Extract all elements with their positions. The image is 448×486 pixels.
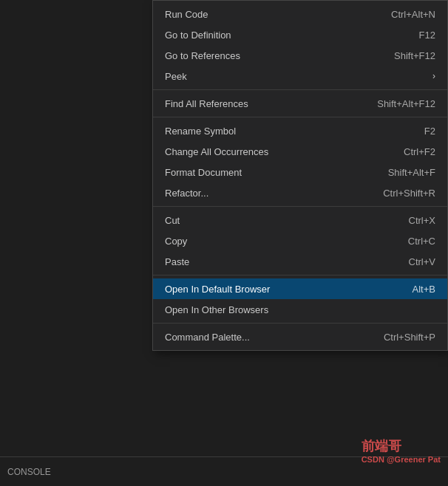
menu-item-3-1[interactable]: CopyCtrl+C <box>153 230 447 251</box>
menu-item-shortcut-2-1: Ctrl+F2 <box>404 146 435 157</box>
menu-item-2-1[interactable]: Change All OccurrencesCtrl+F2 <box>153 141 447 162</box>
menu-item-label-3-2: Paste <box>165 256 394 267</box>
menu-group-4: Open In Default BrowserAlt+BOpen In Othe… <box>153 275 447 324</box>
menu-item-4-0[interactable]: Open In Default BrowserAlt+B <box>153 278 447 299</box>
menu-item-shortcut-0-2: Shift+F12 <box>394 50 435 61</box>
menu-item-shortcut-0-1: F12 <box>419 30 435 41</box>
menu-item-label-2-3: Refactor... <box>165 188 368 199</box>
menu-group-1: Find All ReferencesShift+Alt+F12 <box>153 90 447 117</box>
menu-group-2: Rename SymbolF2Change All OccurrencesCtr… <box>153 117 447 207</box>
menu-item-label-4-0: Open In Default Browser <box>165 284 398 295</box>
menu-item-label-0-1: Go to Definition <box>165 30 404 41</box>
menu-item-shortcut-2-3: Ctrl+Shift+R <box>383 188 435 199</box>
menu-item-label-0-3: Peek <box>165 71 427 82</box>
menu-item-2-2[interactable]: Format DocumentShift+Alt+F <box>153 162 447 182</box>
menu-item-4-1[interactable]: Open In Other Browsers <box>153 299 447 320</box>
menu-item-shortcut-3-2: Ctrl+V <box>409 256 435 267</box>
menu-item-3-2[interactable]: PasteCtrl+V <box>153 251 447 272</box>
menu-item-shortcut-2-2: Shift+Alt+F <box>388 167 435 178</box>
console-label: CONSOLE <box>7 467 51 477</box>
console-bar: CONSOLE <box>0 456 448 486</box>
menu-item-label-5-0: Command Palette... <box>165 332 369 343</box>
menu-item-0-0[interactable]: Run CodeCtrl+Alt+N <box>153 4 447 24</box>
menu-item-label-4-1: Open In Other Browsers <box>165 304 435 315</box>
menu-item-shortcut-3-0: Ctrl+X <box>409 215 435 226</box>
menu-item-shortcut-0-0: Ctrl+Alt+N <box>391 9 435 20</box>
menu-item-label-2-1: Change All Occurrences <box>165 146 389 157</box>
menu-item-label-1-0: Find All References <box>165 98 362 109</box>
context-menu: Run CodeCtrl+Alt+NGo to DefinitionF12Go … <box>152 0 448 351</box>
menu-item-arrow-0-3: › <box>432 71 435 81</box>
menu-item-2-0[interactable]: Rename SymbolF2 <box>153 120 447 141</box>
menu-group-0: Run CodeCtrl+Alt+NGo to DefinitionF12Go … <box>153 1 447 90</box>
menu-item-shortcut-1-0: Shift+Alt+F12 <box>377 98 435 109</box>
menu-group-5: Command Palette...Ctrl+Shift+P <box>153 324 447 350</box>
menu-item-label-3-0: Cut <box>165 215 394 226</box>
menu-item-5-0[interactable]: Command Palette...Ctrl+Shift+P <box>153 326 447 347</box>
menu-item-shortcut-5-0: Ctrl+Shift+P <box>384 332 435 343</box>
menu-item-1-0[interactable]: Find All ReferencesShift+Alt+F12 <box>153 93 447 114</box>
menu-item-label-3-1: Copy <box>165 236 393 247</box>
menu-item-label-0-2: Go to References <box>165 50 379 61</box>
menu-item-label-2-0: Rename Symbol <box>165 126 410 137</box>
menu-item-0-3[interactable]: Peek› <box>153 66 447 86</box>
menu-group-3: CutCtrl+XCopyCtrl+CPasteCtrl+V <box>153 207 447 275</box>
menu-item-shortcut-4-0: Alt+B <box>413 284 435 295</box>
menu-item-label-2-2: Format Document <box>165 167 373 178</box>
menu-item-shortcut-3-1: Ctrl+C <box>408 236 435 247</box>
menu-item-0-1[interactable]: Go to DefinitionF12 <box>153 24 447 45</box>
menu-item-3-0[interactable]: CutCtrl+X <box>153 210 447 230</box>
menu-item-2-3[interactable]: Refactor...Ctrl+Shift+R <box>153 182 447 203</box>
menu-item-0-2[interactable]: Go to ReferencesShift+F12 <box>153 45 447 66</box>
menu-item-label-0-0: Run Code <box>165 9 376 20</box>
menu-item-shortcut-2-0: F2 <box>424 126 435 137</box>
